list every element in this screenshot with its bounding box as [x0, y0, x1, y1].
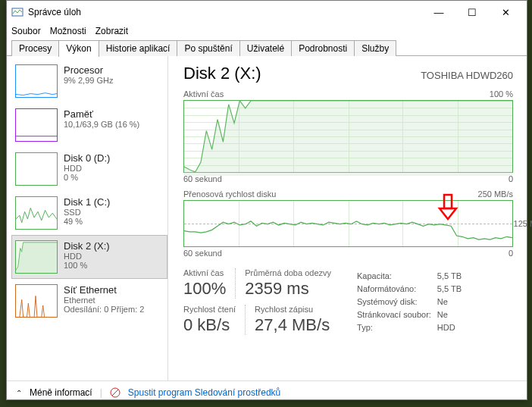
- disk0-thumbnail: [15, 152, 58, 186]
- svg-marker-2: [184, 101, 512, 176]
- menu-file[interactable]: Soubor: [11, 26, 41, 36]
- active-time-chart: Aktivní čas100 % 60 sekund0: [183, 89, 513, 183]
- disk2-thumbnail: [15, 240, 58, 274]
- sidebar-item-memory[interactable]: Paměť10,1/63,9 GB (16 %): [11, 103, 167, 147]
- resource-monitor-link[interactable]: Spustit program Sledování prostředků: [128, 387, 280, 398]
- throughput-chart: Přenosová rychlost disku250 MB/s 125 MB/…: [183, 189, 513, 258]
- disk-model: TOSHIBA HDWD260: [421, 70, 513, 81]
- memory-thumbnail: [15, 108, 58, 142]
- tab-services[interactable]: Služby: [354, 40, 396, 56]
- window-title: Správce úloh: [28, 7, 422, 17]
- svg-marker-1: [16, 243, 57, 273]
- cpu-thumbnail: [15, 64, 58, 98]
- sidebar-item-disk0[interactable]: Disk 0 (D:)HDD0 %: [11, 147, 167, 191]
- footer: ⌃ Méně informací | Spustit program Sledo…: [7, 380, 527, 404]
- tab-startup[interactable]: Po spuštění: [177, 40, 239, 56]
- svg-line-6: [112, 390, 118, 396]
- stats-row: Aktivní čas100% Průměrná doba odezvy2359…: [183, 268, 513, 335]
- fewer-details-link[interactable]: Méně informací: [30, 387, 92, 398]
- minimize-button[interactable]: —: [422, 1, 455, 23]
- tab-processes[interactable]: Procesy: [11, 40, 59, 56]
- sidebar[interactable]: Procesor9% 2,99 GHz Paměť10,1/63,9 GB (1…: [7, 56, 168, 380]
- sidebar-item-cpu[interactable]: Procesor9% 2,99 GHz: [11, 59, 167, 103]
- task-manager-icon: [11, 6, 23, 18]
- menubar: Soubor Možnosti Zobrazit: [7, 23, 527, 39]
- tab-app-history[interactable]: Historie aplikací: [99, 40, 178, 56]
- sidebar-item-disk1[interactable]: Disk 1 (C:)SSD49 %: [11, 191, 167, 235]
- task-manager-window: Správce úloh — ☐ ✕ Soubor Možnosti Zobra…: [6, 0, 527, 400]
- menu-options[interactable]: Možnosti: [50, 26, 86, 36]
- tab-users[interactable]: Uživatelé: [239, 40, 292, 56]
- disk-title: Disk 2 (X:): [183, 64, 261, 83]
- sidebar-item-disk2[interactable]: Disk 2 (X:)HDD100 %: [11, 235, 167, 279]
- resmon-icon: [110, 387, 120, 398]
- sidebar-item-ethernet[interactable]: Síť EthernetEthernetOdesílání: 0 Příjem:…: [11, 279, 167, 323]
- disk1-thumbnail: [15, 196, 58, 230]
- menu-view[interactable]: Zobrazit: [95, 26, 128, 36]
- collapse-icon[interactable]: ⌃: [16, 389, 22, 397]
- ethernet-thumbnail: [15, 284, 58, 318]
- tab-details[interactable]: Podrobnosti: [291, 40, 355, 56]
- titlebar: Správce úloh — ☐ ✕: [7, 1, 527, 23]
- tab-performance[interactable]: Výkon: [58, 40, 99, 57]
- main-panel: Disk 2 (X:) TOSHIBA HDWD260 Aktivní čas1…: [168, 56, 527, 380]
- content: Procesor9% 2,99 GHz Paměť10,1/63,9 GB (1…: [7, 56, 527, 380]
- tabs: Procesy Výkon Historie aplikací Po spušt…: [7, 40, 527, 56]
- disk-properties: Kapacita:5,5 TB Naformátováno:5,5 TB Sys…: [355, 268, 468, 335]
- maximize-button[interactable]: ☐: [455, 1, 489, 23]
- close-button[interactable]: ✕: [489, 1, 522, 23]
